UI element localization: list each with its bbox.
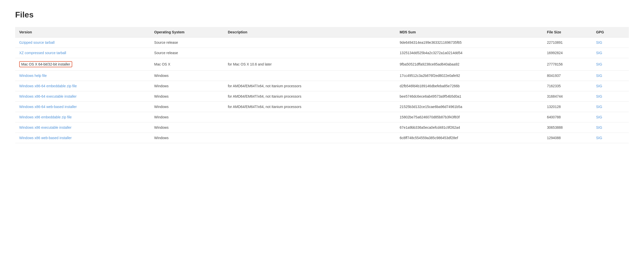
- cell-gpg[interactable]: SIG: [592, 102, 629, 112]
- table-row: Windows x86-64 web-based installerWindow…: [15, 102, 629, 112]
- sig-link[interactable]: SIG: [596, 74, 602, 78]
- col-header-version: Version: [15, 27, 150, 37]
- cell-description: [224, 71, 395, 81]
- cell-md5: d2fb546fd4b189146dbefeba85e7266b: [396, 81, 543, 91]
- cell-version[interactable]: Mac OS X 64-bit/32-bit installer: [15, 58, 150, 71]
- cell-gpg[interactable]: SIG: [592, 37, 629, 48]
- version-link[interactable]: Windows help file: [19, 74, 47, 78]
- cell-description: [224, 122, 395, 133]
- cell-version[interactable]: Windows x86-64 web-based installer: [15, 102, 150, 112]
- cell-gpg[interactable]: SIG: [592, 81, 629, 91]
- cell-os: Windows: [150, 112, 224, 122]
- cell-description: for AMD64/EM64T/x64, not Itanium process…: [224, 102, 395, 112]
- cell-os: Windows: [150, 91, 224, 102]
- cell-md5: 17cc49512c3a2b876f2ed8022e0afe92: [396, 71, 543, 81]
- cell-version[interactable]: Gzipped source tarball: [15, 37, 150, 48]
- sig-link[interactable]: SIG: [596, 84, 602, 88]
- cell-os: Windows: [150, 81, 224, 91]
- cell-version[interactable]: Windows help file: [15, 71, 150, 81]
- cell-version[interactable]: Windows x86-64 embeddable zip file: [15, 81, 150, 91]
- cell-gpg[interactable]: SIG: [592, 112, 629, 122]
- table-row: XZ compressed source tarballSource relea…: [15, 48, 629, 58]
- cell-version[interactable]: Windows x86 executable installer: [15, 122, 150, 133]
- cell-gpg[interactable]: SIG: [592, 91, 629, 102]
- cell-size: 6400788: [543, 112, 592, 122]
- sig-link[interactable]: SIG: [596, 125, 602, 130]
- cell-gpg[interactable]: SIG: [592, 133, 629, 143]
- cell-version[interactable]: Windows x86-64 executable installer: [15, 91, 150, 102]
- cell-gpg[interactable]: SIG: [592, 48, 629, 58]
- cell-md5: 15802be75a6246070d85b87b3f43f83f: [396, 112, 543, 122]
- table-row: Windows x86 executable installerWindows6…: [15, 122, 629, 133]
- sig-link[interactable]: SIG: [596, 62, 602, 66]
- table-row: Windows x86 web-based installerWindows6c…: [15, 133, 629, 143]
- version-link[interactable]: Windows x86-64 embeddable zip file: [19, 84, 77, 88]
- cell-size: 16992824: [543, 48, 592, 58]
- cell-os: Source release: [150, 48, 224, 58]
- cell-os: Windows: [150, 102, 224, 112]
- cell-size: 1294088: [543, 133, 592, 143]
- cell-description: [224, 37, 395, 48]
- cell-md5: 6c8ff748c554559a385c986453df28ef: [396, 133, 543, 143]
- table-row: Windows x86-64 embeddable zip fileWindow…: [15, 81, 629, 91]
- version-link[interactable]: Windows x86 web-based installer: [19, 136, 72, 140]
- files-table: Version Operating System Description MD5…: [15, 27, 629, 143]
- col-header-md5: MD5 Sum: [396, 27, 543, 37]
- table-header-row: Version Operating System Description MD5…: [15, 27, 629, 37]
- sig-link[interactable]: SIG: [596, 40, 602, 45]
- col-header-os: Operating System: [150, 27, 224, 37]
- cell-md5: 1325134dd525b4a2c3272a1a0214dd54: [396, 48, 543, 58]
- table-row: Mac OS X 64-bit/32-bit installerMac OS X…: [15, 58, 629, 71]
- sig-link[interactable]: SIG: [596, 136, 602, 140]
- cell-os: Windows: [150, 122, 224, 133]
- cell-size: 1320128: [543, 102, 592, 112]
- cell-size: 27778156: [543, 58, 592, 71]
- col-header-size: File Size: [543, 27, 592, 37]
- table-row: Windows help fileWindows17cc49512c3a2b87…: [15, 71, 629, 81]
- cell-md5: 67e1a9bb336a5eca0efcd481c9f262a4: [396, 122, 543, 133]
- sig-link[interactable]: SIG: [596, 51, 602, 55]
- cell-os: Windows: [150, 71, 224, 81]
- highlighted-version-label: Mac OS X 64-bit/32-bit installer: [19, 61, 72, 67]
- sig-link[interactable]: SIG: [596, 115, 602, 119]
- cell-md5: 9de6494314ea199e3633211696735f65: [396, 37, 543, 48]
- col-header-gpg: GPG: [592, 27, 629, 37]
- sig-link[interactable]: SIG: [596, 94, 602, 98]
- version-link[interactable]: Windows x86-64 web-based installer: [19, 105, 77, 109]
- cell-md5: 9fba50521dffa9238ce85ad640abaa92: [396, 58, 543, 71]
- version-link[interactable]: Windows x86 executable installer: [19, 125, 71, 130]
- table-row: Windows x86 embeddable zip fileWindows15…: [15, 112, 629, 122]
- page-title: Files: [15, 10, 629, 19]
- cell-size: 30653888: [543, 122, 592, 133]
- cell-gpg[interactable]: SIG: [592, 58, 629, 71]
- cell-os: Mac OS X: [150, 58, 224, 71]
- table-row: Gzipped source tarballSource release9de6…: [15, 37, 629, 48]
- cell-os: Windows: [150, 133, 224, 143]
- table-row: Windows x86-64 executable installerWindo…: [15, 91, 629, 102]
- cell-md5: 21525b3d132ce15cae6ba96d74961b5a: [396, 102, 543, 112]
- cell-gpg[interactable]: SIG: [592, 71, 629, 81]
- cell-size: 31684744: [543, 91, 592, 102]
- cell-size: 7162335: [543, 81, 592, 91]
- cell-size: 22710891: [543, 37, 592, 48]
- cell-version[interactable]: Windows x86 embeddable zip file: [15, 112, 150, 122]
- version-link[interactable]: Gzipped source tarball: [19, 40, 55, 45]
- cell-description: [224, 48, 395, 58]
- version-link[interactable]: Windows x86-64 executable installer: [19, 94, 77, 98]
- version-link[interactable]: Windows x86 embeddable zip file: [19, 115, 72, 119]
- cell-description: for Mac OS X 10.6 and later: [224, 58, 395, 71]
- cell-size: 8041937: [543, 71, 592, 81]
- cell-version[interactable]: Windows x86 web-based installer: [15, 133, 150, 143]
- cell-description: for AMD64/EM64T/x64, not Itanium process…: [224, 81, 395, 91]
- version-link[interactable]: XZ compressed source tarball: [19, 51, 66, 55]
- sig-link[interactable]: SIG: [596, 105, 602, 109]
- cell-gpg[interactable]: SIG: [592, 122, 629, 133]
- cell-description: [224, 133, 395, 143]
- cell-description: [224, 112, 395, 122]
- col-header-description: Description: [224, 27, 395, 37]
- cell-description: for AMD64/EM64T/x64, not Itanium process…: [224, 91, 395, 102]
- cell-md5: bee5746dc6ece6ab49573a9f54b5d0a1: [396, 91, 543, 102]
- cell-version[interactable]: XZ compressed source tarball: [15, 48, 150, 58]
- cell-os: Source release: [150, 37, 224, 48]
